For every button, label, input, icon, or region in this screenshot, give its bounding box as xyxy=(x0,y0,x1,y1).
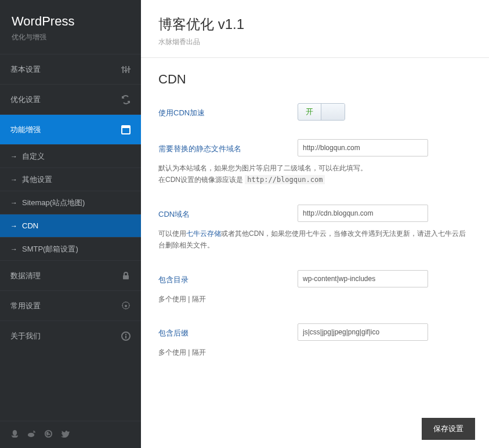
nav-item-common-settings[interactable]: 常用设置 xyxy=(0,290,141,320)
nav-label: 数据清理 xyxy=(10,271,41,281)
page-header: 博客优化 v1.1 水脉烟香出品 xyxy=(141,0,489,58)
gear-icon xyxy=(121,301,131,311)
nav-item-optimize-settings[interactable]: 优化设置 xyxy=(0,84,141,114)
label-cdn-domain: CDN域名 xyxy=(158,205,298,222)
field-cdn-domain: CDN域名 可以使用七牛云存储或者其他CDN，如果您使用七牛云，当修改文件遇到无… xyxy=(158,205,472,252)
help-static-domain: 默认为本站域名，如果您为图片等启用了二级域名，可以在此填写。 在CDN设置的镜像… xyxy=(158,162,472,186)
panel-icon xyxy=(121,125,131,134)
svg-rect-8 xyxy=(123,275,129,279)
qq-icon[interactable] xyxy=(10,429,19,440)
nav-label: 优化设置 xyxy=(10,94,41,105)
svg-rect-3 xyxy=(121,67,125,68)
sidebar: WordPress 优化与增强 基本设置 优化设置 功能增强 → 自定义 → xyxy=(0,0,141,448)
help-include-exts: 多个使用 | 隔开 xyxy=(158,347,472,358)
arrow-right-icon: → xyxy=(10,222,17,230)
svg-point-13 xyxy=(12,435,17,438)
nav-sub-label: Sitemap(站点地图) xyxy=(22,198,85,208)
nav-item-data-clean[interactable]: 数据清理 xyxy=(0,260,141,290)
nav: 基本设置 优化设置 功能增强 → 自定义 → 其他设置 → Sitemap( xyxy=(0,54,141,421)
main: 博客优化 v1.1 水脉烟香出品 CDN 使用CDN加速 开 xyxy=(141,0,489,448)
app-root: WordPress 优化与增强 基本设置 优化设置 功能增强 → 自定义 → xyxy=(0,0,489,448)
label-static-domain: 需要替换的静态文件域名 xyxy=(158,139,298,156)
section-title: CDN xyxy=(158,72,472,87)
nav-item-about[interactable]: 关于我们 xyxy=(0,320,141,351)
nav-sub-label: 其他设置 xyxy=(22,174,52,185)
nav-label: 常用设置 xyxy=(10,301,41,311)
svg-rect-1 xyxy=(125,66,126,73)
nav-sub-label: 自定义 xyxy=(22,151,45,162)
arrow-right-icon: → xyxy=(10,245,17,253)
footer-social xyxy=(0,421,141,448)
twitter-icon[interactable] xyxy=(61,429,70,440)
label-enable-cdn: 使用CDN加速 xyxy=(158,103,298,121)
svg-rect-7 xyxy=(122,126,130,128)
refresh-icon xyxy=(121,95,131,104)
nav-sub-smtp[interactable]: → SMTP(邮箱设置) xyxy=(0,237,141,260)
info-icon xyxy=(121,332,131,341)
link-qiniu[interactable]: 七牛云存储 xyxy=(186,230,221,238)
nav-sub-cdn[interactable]: → CDN xyxy=(0,214,141,237)
input-include-dirs[interactable] xyxy=(298,270,428,287)
toggle-on-label: 开 xyxy=(298,104,321,120)
svg-rect-10 xyxy=(125,336,126,338)
page-subtitle: 水脉烟香出品 xyxy=(158,37,472,47)
svg-rect-5 xyxy=(127,68,131,70)
weibo-icon[interactable] xyxy=(27,429,36,440)
nav-sub-sitemap[interactable]: → Sitemap(站点地图) xyxy=(0,191,141,214)
svg-point-12 xyxy=(13,430,17,435)
svg-rect-11 xyxy=(125,334,126,335)
nav-label: 基本设置 xyxy=(10,64,41,75)
field-include-exts: 包含后缀 多个使用 | 隔开 xyxy=(158,323,472,358)
nav-item-feature-enhance[interactable]: 功能增强 xyxy=(0,114,141,144)
pinterest-icon[interactable] xyxy=(44,429,53,440)
field-include-dirs: 包含目录 多个使用 | 隔开 xyxy=(158,270,472,305)
save-bar: 保存设置 xyxy=(141,410,489,448)
field-static-domain: 需要替换的静态文件域名 默认为本站域名，如果您为图片等启用了二级域名，可以在此填… xyxy=(158,139,472,186)
lock-icon xyxy=(121,271,131,281)
content: CDN 使用CDN加速 开 需要替换的静态文件域名 xyxy=(141,58,489,448)
svg-rect-0 xyxy=(122,66,124,73)
brand-title: WordPress xyxy=(12,14,129,29)
code-origin-url: http://blogqun.com xyxy=(245,175,325,184)
arrow-right-icon: → xyxy=(10,199,17,207)
help-cdn-domain: 可以使用七牛云存储或者其他CDN，如果您使用七牛云，当修改文件遇到无法更新，请进… xyxy=(158,228,472,252)
svg-rect-4 xyxy=(124,70,128,71)
sliders-icon xyxy=(121,65,131,74)
save-button[interactable]: 保存设置 xyxy=(422,418,475,440)
svg-point-14 xyxy=(28,433,34,438)
label-include-dirs: 包含目录 xyxy=(158,270,298,287)
nav-label: 功能增强 xyxy=(10,125,41,135)
nav-sub-other[interactable]: → 其他设置 xyxy=(0,167,141,191)
toggle-handle xyxy=(321,104,345,120)
nav-label: 关于我们 xyxy=(10,331,41,341)
brand-subtitle: 优化与增强 xyxy=(12,32,129,42)
nav-item-basic-settings[interactable]: 基本设置 xyxy=(0,54,141,84)
nav-sub-label: CDN xyxy=(22,221,38,230)
input-cdn-domain[interactable] xyxy=(298,205,428,222)
arrow-right-icon: → xyxy=(10,176,17,184)
help-include-dirs: 多个使用 | 隔开 xyxy=(158,293,472,305)
nav-sub-custom[interactable]: → 自定义 xyxy=(0,144,141,167)
nav-sub-label: SMTP(邮箱设置) xyxy=(22,244,78,254)
input-include-exts[interactable] xyxy=(298,323,428,341)
label-include-exts: 包含后缀 xyxy=(158,323,298,341)
toggle-enable-cdn[interactable]: 开 xyxy=(298,103,345,121)
arrow-right-icon: → xyxy=(10,152,17,161)
page-title: 博客优化 v1.1 xyxy=(158,15,472,34)
brand: WordPress 优化与增强 xyxy=(0,0,141,54)
field-enable-cdn: 使用CDN加速 开 xyxy=(158,103,472,121)
input-static-domain[interactable] xyxy=(298,139,428,156)
